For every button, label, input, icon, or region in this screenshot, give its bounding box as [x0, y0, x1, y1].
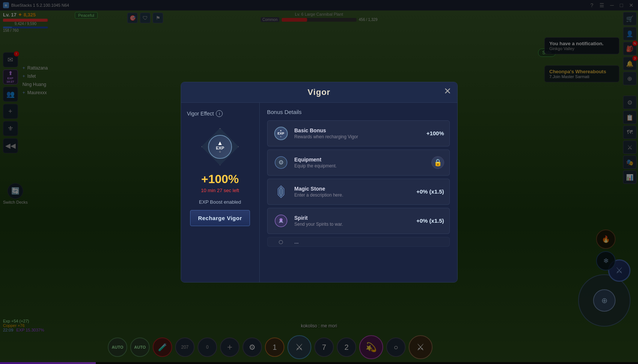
modal-overlay: Vigor ✕ Vigor Effect i ▲ EXP ≡	[0, 0, 638, 364]
equipment-desc: Equip the equipment.	[294, 163, 426, 169]
svg-text:⚙: ⚙	[278, 159, 284, 166]
spirit-name: Spirit	[294, 215, 411, 221]
bonus-row-basic: ▲ EXP ≡ Basic Bonus Rewards when recharg…	[267, 120, 450, 146]
magic-stone-desc: Enter a description here.	[294, 192, 411, 198]
modal-right-panel: Bonus Details ▲ EXP ≡	[260, 103, 457, 282]
basic-bonus-text: Basic Bonus Rewards when recharging Vigo…	[294, 127, 421, 139]
bonus-percent: +100%	[201, 172, 239, 186]
basic-bonus-icon: ▲ EXP ≡	[273, 125, 289, 142]
magic-stone-text: Magic Stone Enter a description here.	[294, 186, 411, 198]
bonus-row-magic-stone: Magic Stone Enter a description here. +0…	[267, 179, 450, 205]
svg-point-5	[280, 218, 283, 221]
extra-icon: ○	[273, 237, 289, 247]
exp-up-arrow: ▲	[217, 140, 223, 146]
bonus-row-equipment: ⚙ Equipment Equip the equipment. 🔒	[267, 149, 450, 176]
equipment-icon: ⚙	[273, 154, 289, 171]
equipment-name: Equipment	[294, 157, 426, 163]
magic-stone-name: Magic Stone	[294, 186, 411, 192]
bonus-details-title: Bonus Details	[267, 109, 450, 115]
bonus-row-spirit: Spirit Send your Spirits to war. +0% (x1…	[267, 208, 450, 234]
bonus-row-extra: ○ ...	[267, 237, 450, 247]
time-left: 10 min 27 sec left	[201, 188, 239, 193]
magic-stone-value: +0% (x1.5)	[416, 188, 444, 195]
exp-circle: ▲ EXP ≡	[208, 135, 232, 159]
extra-name: ...	[294, 239, 444, 245]
modal-body: Vigor Effect i ▲ EXP ≡ +100% 10 min 27 s…	[181, 103, 457, 282]
spirit-desc: Send your Spirits to war.	[294, 222, 411, 227]
info-icon[interactable]: i	[216, 110, 223, 117]
modal-title: Vigor	[189, 87, 450, 97]
extra-text: ...	[294, 239, 444, 245]
equipment-text: Equipment Equip the equipment.	[294, 157, 426, 169]
modal-left-panel: Vigor Effect i ▲ EXP ≡ +100% 10 min 27 s…	[181, 103, 260, 282]
exp-badge-label: EXP	[216, 146, 224, 150]
exp-diamond: ▲ EXP ≡	[201, 128, 239, 166]
magic-stone-icon	[273, 183, 289, 200]
vigor-modal: Vigor ✕ Vigor Effect i ▲ EXP ≡	[181, 82, 458, 283]
exp-lines: ≡	[219, 150, 221, 154]
spirit-text: Spirit Send your Spirits to war.	[294, 215, 411, 227]
recharge-vigor-button[interactable]: Recharge Vigor	[190, 210, 250, 226]
modal-header: Vigor ✕	[181, 82, 457, 103]
lock-icon: 🔒	[431, 156, 444, 169]
vigor-effect-title: Vigor Effect i	[187, 110, 223, 117]
exp-boost-label: EXP Boost enabled	[199, 199, 241, 205]
spirit-value: +0% (x1.5)	[416, 218, 444, 224]
spirit-icon	[273, 213, 289, 229]
svg-marker-3	[280, 187, 283, 196]
basic-bonus-name: Basic Bonus	[294, 127, 421, 133]
modal-close-button[interactable]: ✕	[444, 87, 451, 96]
basic-bonus-desc: Rewards when recharging Vigor	[294, 134, 421, 139]
basic-bonus-value: +100%	[426, 130, 444, 136]
